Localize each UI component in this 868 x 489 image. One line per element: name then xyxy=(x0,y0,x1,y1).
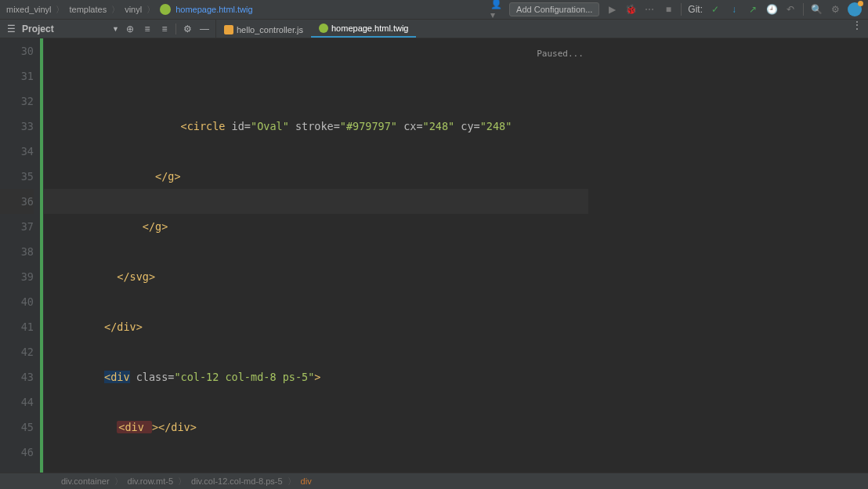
status-crumb[interactable]: div.col-12.col-md-8.ps-5 xyxy=(191,476,283,486)
breadcrumb-sep-icon: 〉 xyxy=(111,4,120,16)
status-crumb[interactable]: div.container xyxy=(61,476,110,486)
gear-icon[interactable]: ⚙ xyxy=(181,23,193,35)
hide-icon[interactable]: — xyxy=(198,23,211,35)
git-label: Git: xyxy=(688,4,703,15)
breadcrumb-sep-icon: 〉 xyxy=(146,4,155,16)
tab-label: homepage.html.twig xyxy=(331,24,408,33)
tab-homepage-twig[interactable]: homepage.html.twig xyxy=(311,20,416,38)
collapse-icon[interactable]: ≡ xyxy=(158,23,171,35)
tab-menu-icon[interactable]: ⋮ xyxy=(846,20,868,38)
rollback-icon[interactable]: ↶ xyxy=(784,3,797,16)
code-editor[interactable]: 30 31 32 33 34 35 36 37 38 39 40 41 42 4… xyxy=(0,38,868,473)
twig-file-icon xyxy=(319,24,328,33)
chevron-down-icon[interactable]: ▼ xyxy=(112,25,119,33)
run-icon[interactable]: ▶ xyxy=(606,3,618,16)
breadcrumb[interactable]: mixed_vinyl 〉 templates 〉 vinyl 〉 homepa… xyxy=(6,4,490,16)
locate-icon[interactable]: ⊕ xyxy=(124,23,136,35)
line-gutter[interactable]: 30 31 32 33 34 35 36 37 38 39 40 41 42 4… xyxy=(0,38,44,473)
twig-file-icon xyxy=(160,4,171,15)
avatar[interactable] xyxy=(848,2,862,16)
breadcrumb-project[interactable]: mixed_vinyl xyxy=(6,5,51,14)
stop-icon: ■ xyxy=(662,3,675,16)
update-icon[interactable]: ↓ xyxy=(728,3,740,16)
debug-icon[interactable]: 🐞 xyxy=(624,3,637,16)
settings-icon[interactable]: ⚙ xyxy=(829,3,841,16)
expand-icon[interactable]: ≡ xyxy=(141,23,154,35)
user-icon[interactable]: 👤▾ xyxy=(490,3,503,16)
project-label: Project xyxy=(22,24,107,34)
push-icon[interactable]: ↗ xyxy=(747,3,759,16)
tab-label: hello_controller.js xyxy=(237,25,303,34)
search-icon[interactable]: 🔍 xyxy=(810,3,823,16)
project-view-icon[interactable]: ☰ xyxy=(5,23,17,35)
status-bar: div.container 〉 div.row.mt-5 〉 div.col-1… xyxy=(0,473,868,489)
tab-hello-controller[interactable]: hello_controller.js xyxy=(216,22,311,38)
history-icon[interactable]: 🕘 xyxy=(765,3,778,16)
status-crumb-current[interactable]: div xyxy=(301,476,312,486)
paused-label: Paused... xyxy=(537,42,584,67)
breadcrumb-sep-icon: 〉 xyxy=(56,4,64,16)
breadcrumb-folder[interactable]: vinyl xyxy=(125,5,142,14)
more-icon[interactable]: ⋯ xyxy=(643,3,656,16)
js-file-icon xyxy=(224,25,233,34)
status-crumb[interactable]: div.row.mt-5 xyxy=(128,476,173,486)
commit-icon[interactable]: ✓ xyxy=(709,3,722,16)
breadcrumb-folder[interactable]: templates xyxy=(69,5,107,14)
breadcrumb-file[interactable]: homepage.html.twig xyxy=(175,5,252,14)
add-configuration-button[interactable]: Add Configuration... xyxy=(509,2,599,16)
